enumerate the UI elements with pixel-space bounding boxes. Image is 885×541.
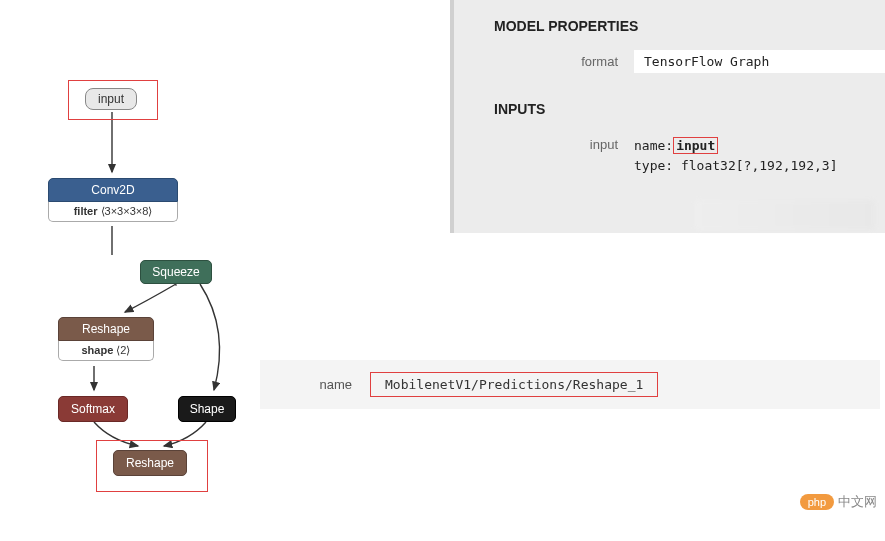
reshape1-shape-row: shape ⟨2⟩ [58,341,154,361]
model-graph: input Conv2D filter ⟨3×3×3×8⟩ Squeeze Re… [30,80,280,520]
node-softmax[interactable]: Softmax [58,396,128,422]
watermark-logo: php 中文网 [800,493,877,511]
conv2d-filter-row: filter ⟨3×3×3×8⟩ [48,202,178,222]
blurred-region [695,200,875,230]
reshape2-title: Reshape [113,450,187,476]
input-label: input [85,88,137,110]
logo-text: 中文网 [838,493,877,511]
reshape1-title: Reshape [58,317,154,341]
format-value: TensorFlow Graph [634,50,885,73]
prop-input-row: input name:input type: float32[?,192,192… [454,133,885,177]
shape-title: Shape [178,396,236,422]
node-shape[interactable]: Shape [178,396,236,422]
node-reshape-2[interactable]: Reshape [113,450,187,476]
input-label: input [454,133,634,152]
softmax-title: Softmax [58,396,128,422]
format-label: format [454,50,634,69]
node-reshape-1[interactable]: Reshape shape ⟨2⟩ [58,317,154,361]
input-name-highlight: input [673,137,718,154]
squeeze-title: Squeeze [140,260,212,284]
name-row-label: name [260,377,370,392]
input-details: name:input type: float32[?,192,192,3] [634,133,885,177]
name-row-value: MobilenetV1/Predictions/Reshape_1 [370,372,658,397]
section-inputs: INPUTS [454,79,885,133]
properties-panel: MODEL PROPERTIES format TensorFlow Graph… [450,0,885,233]
logo-pill: php [800,494,834,510]
output-name-row: name MobilenetV1/Predictions/Reshape_1 [260,360,880,409]
node-input[interactable]: input [85,88,137,110]
section-model-properties: MODEL PROPERTIES [454,18,885,50]
conv2d-title: Conv2D [48,178,178,202]
node-conv2d[interactable]: Conv2D filter ⟨3×3×3×8⟩ [48,178,178,222]
node-squeeze[interactable]: Squeeze [140,260,212,284]
prop-format-row: format TensorFlow Graph [454,50,885,73]
